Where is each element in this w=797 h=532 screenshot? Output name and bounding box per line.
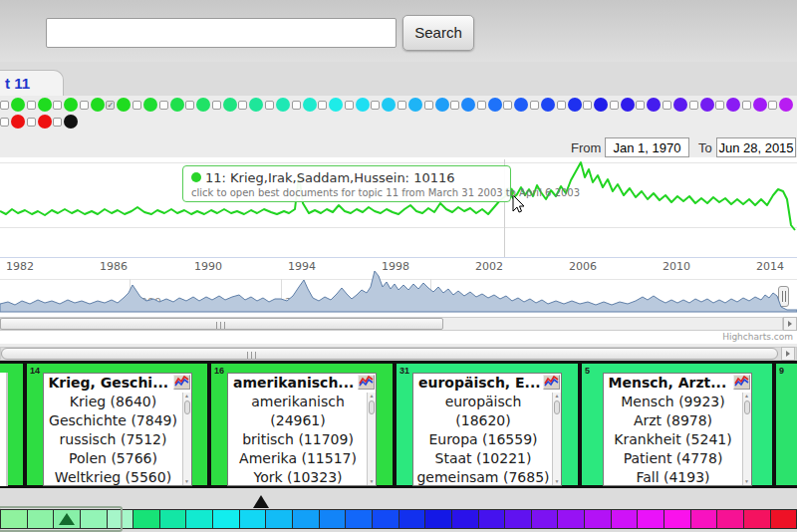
- caret-up-icon[interactable]: ▲: [368, 393, 376, 399]
- topic-color-dot[interactable]: [170, 98, 184, 112]
- sparkline-chart-icon[interactable]: [173, 375, 190, 390]
- topic-checkbox[interactable]: [424, 101, 433, 110]
- topic-checkbox[interactable]: [159, 101, 168, 110]
- highcharts-credit-link[interactable]: Highcharts.com: [722, 332, 793, 342]
- gradient-color-cell[interactable]: [664, 509, 690, 529]
- tab-topic-11[interactable]: t 11: [0, 70, 64, 97]
- topic-color-dot[interactable]: [38, 98, 52, 112]
- topic-card-31[interactable]: 31europäisch, E...europäisch (18620)Euro…: [397, 364, 578, 485]
- gradient-color-cell[interactable]: [319, 509, 346, 529]
- topic-checkbox[interactable]: ✓: [106, 101, 115, 110]
- gradient-color-cell[interactable]: [239, 509, 266, 529]
- topic-card-partial[interactable]: [0, 364, 23, 485]
- gradient-color-cell[interactable]: [212, 509, 239, 529]
- topic-color-dot[interactable]: [11, 115, 25, 129]
- caret-up-icon[interactable]: ▲: [553, 393, 561, 399]
- search-input[interactable]: [46, 18, 397, 48]
- chart-tooltip[interactable]: 11: Krieg,Irak,Saddam,Hussein: 10116 cli…: [182, 165, 511, 202]
- topic-checkbox[interactable]: [133, 101, 141, 110]
- caret-down-icon[interactable]: ▼: [368, 478, 376, 485]
- topic-color-dot[interactable]: [249, 98, 263, 112]
- topic-checkbox[interactable]: [371, 101, 380, 110]
- topic-checkbox[interactable]: [80, 101, 89, 110]
- gradient-color-cell[interactable]: [770, 509, 797, 529]
- topic-checkbox[interactable]: [292, 101, 301, 110]
- to-date-input[interactable]: [716, 137, 796, 157]
- topic-color-dot[interactable]: [303, 98, 317, 112]
- gradient-color-cell[interactable]: [265, 509, 292, 529]
- gradient-color-cell[interactable]: [398, 509, 425, 529]
- topic-checkbox[interactable]: [398, 101, 406, 110]
- topic-color-dot[interactable]: [673, 98, 687, 112]
- topic-checkbox[interactable]: [0, 118, 9, 127]
- chart-scrollbar-right-button[interactable]: [783, 317, 797, 331]
- sparkline-chart-icon[interactable]: [733, 375, 750, 390]
- gradient-color-cell[interactable]: [424, 509, 451, 529]
- gradient-color-cell[interactable]: [584, 509, 611, 529]
- topic-color-dot[interactable]: [11, 98, 25, 112]
- topic-checkbox[interactable]: [318, 101, 327, 110]
- gradient-topic-marker-icon[interactable]: [59, 513, 75, 525]
- caret-down-icon[interactable]: ▼: [553, 478, 561, 485]
- gradient-color-cell[interactable]: [611, 509, 638, 529]
- topic-checkbox[interactable]: [557, 101, 566, 110]
- topic-color-dot[interactable]: [779, 98, 793, 112]
- topic-word-box[interactable]: europäisch, E...europäisch (18620)Europa…: [412, 373, 562, 486]
- topic-checkbox[interactable]: [53, 118, 62, 127]
- gradient-color-cell[interactable]: [185, 509, 212, 529]
- gradient-color-cell[interactable]: [557, 509, 584, 529]
- topic-box-scrollbar[interactable]: ▲▼: [552, 393, 561, 485]
- topic-color-dot[interactable]: [514, 98, 528, 112]
- topic-color-dot[interactable]: [276, 98, 290, 112]
- caret-up-icon[interactable]: ▲: [743, 393, 751, 399]
- topic-color-dot[interactable]: [568, 98, 582, 112]
- topic-checkbox[interactable]: [212, 101, 221, 110]
- topic-checkbox[interactable]: [768, 101, 777, 110]
- navigator-resize-handle[interactable]: [778, 286, 789, 307]
- topic-checkbox[interactable]: [345, 101, 354, 110]
- gradient-color-cell[interactable]: [637, 509, 664, 529]
- topic-color-dot[interactable]: [461, 98, 475, 112]
- topic-checkbox[interactable]: [53, 101, 62, 110]
- sparkline-chart-icon[interactable]: [358, 375, 375, 390]
- topic-box-scrollbar-thumb[interactable]: [369, 400, 375, 414]
- topic-checkbox[interactable]: [0, 101, 9, 110]
- topic-color-dot[interactable]: [64, 115, 78, 129]
- topic-color-dot[interactable]: [594, 98, 608, 112]
- topic-color-dot[interactable]: [356, 98, 370, 112]
- topic-color-dot[interactable]: [700, 98, 714, 112]
- topic-color-dot[interactable]: [91, 98, 105, 112]
- topic-color-dot[interactable]: [64, 98, 78, 112]
- topic-checkbox[interactable]: [477, 101, 486, 110]
- caret-down-icon[interactable]: ▼: [743, 478, 751, 485]
- topic-scrollbar-right-button[interactable]: [781, 347, 795, 361]
- topic-card-16[interactable]: 16amerikanisch...amerikanisch (24961)bri…: [211, 364, 393, 485]
- gradient-color-cell[interactable]: [504, 509, 531, 529]
- topic-card-5[interactable]: 5Mensch, Arzt...Mensch (9923)Arzt (8978)…: [582, 364, 772, 485]
- topic-color-dot[interactable]: [408, 98, 422, 112]
- topic-checkbox[interactable]: [663, 101, 671, 110]
- topic-checkbox[interactable]: [742, 101, 751, 110]
- gradient-color-cell[interactable]: [372, 509, 398, 529]
- gradient-color-cell[interactable]: [531, 509, 558, 529]
- search-button[interactable]: Search: [402, 15, 474, 51]
- topic-word-box[interactable]: Krieg, Geschi...Krieg (8640)Geschichte (…: [43, 373, 192, 486]
- topic-scrollbar-thumb[interactable]: [1, 348, 778, 360]
- topic-color-dot[interactable]: [143, 98, 157, 112]
- topic-color-dot[interactable]: [753, 98, 767, 112]
- topic-color-dot[interactable]: [621, 98, 635, 112]
- topic-checkbox[interactable]: [238, 101, 247, 110]
- topic-color-dot[interactable]: [435, 98, 449, 112]
- topic-color-dot[interactable]: [488, 98, 502, 112]
- topic-color-dot[interactable]: [117, 98, 131, 112]
- gradient-color-cell[interactable]: [716, 509, 743, 529]
- gradient-color-cell[interactable]: [133, 509, 159, 529]
- topic-word-box[interactable]: Mensch, Arzt...Mensch (9923)Arzt (8978)K…: [603, 373, 752, 486]
- gradient-color-cell[interactable]: [451, 509, 478, 529]
- topic-color-dot[interactable]: [38, 115, 52, 129]
- caret-down-icon[interactable]: ▼: [183, 478, 191, 485]
- gradient-position-marker-icon[interactable]: [253, 495, 269, 508]
- topic-checkbox[interactable]: [610, 101, 619, 110]
- from-date-input[interactable]: [605, 137, 689, 157]
- topic-color-dot[interactable]: [329, 98, 343, 112]
